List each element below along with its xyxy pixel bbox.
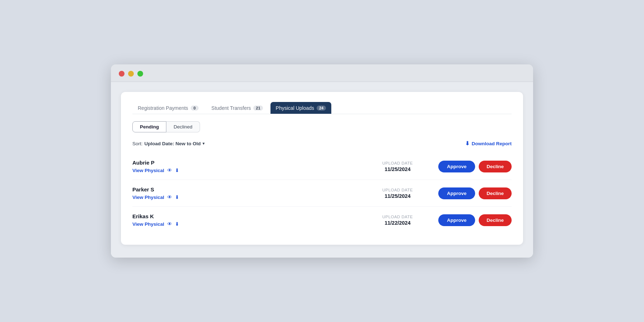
record-info: Aubrie P View Physical 👁 ⬇ — [132, 160, 365, 173]
download-report-button[interactable]: ⬇ Download Report — [465, 140, 512, 147]
subtab-pending-label: Pending — [140, 124, 159, 130]
download-report-label: Download Report — [472, 141, 512, 146]
sort-selector[interactable]: Sort: Upload Date: New to Old ▾ — [132, 141, 205, 146]
maximize-dot[interactable] — [137, 71, 143, 77]
view-physical-link[interactable]: View Physical — [132, 195, 164, 200]
sort-prefix: Sort: — [132, 141, 143, 146]
tab-student-transfers-badge: 21 — [253, 106, 263, 111]
main-card: Registration Payments 0 Student Transfer… — [121, 92, 523, 245]
tab-physical-uploads-badge: 24 — [317, 106, 326, 111]
record-name: Erikas K — [132, 213, 365, 219]
tab-registration-payments[interactable]: Registration Payments 0 — [132, 102, 204, 114]
titlebar — [111, 64, 533, 82]
browser-body: Registration Payments 0 Student Transfer… — [111, 82, 533, 258]
tab-physical-uploads[interactable]: Physical Uploads 24 — [270, 102, 332, 114]
record-name: Aubrie P — [132, 160, 365, 166]
record-info: Erikas K View Physical 👁 ⬇ — [132, 213, 365, 227]
record-links: View Physical 👁 ⬇ — [132, 167, 365, 173]
eye-icon[interactable]: 👁 — [167, 221, 172, 227]
decline-button[interactable]: Decline — [479, 187, 512, 199]
tab-physical-uploads-label: Physical Uploads — [276, 105, 314, 111]
record-actions: Approve Decline — [438, 187, 512, 199]
record-info: Parker S View Physical 👁 ⬇ — [132, 186, 365, 200]
close-dot[interactable] — [119, 71, 125, 77]
table-row: Aubrie P View Physical 👁 ⬇ Upload Date 1… — [132, 153, 512, 180]
approve-button[interactable]: Approve — [438, 187, 475, 199]
approve-button[interactable]: Approve — [438, 161, 475, 172]
decline-button[interactable]: Decline — [479, 161, 512, 172]
view-physical-link[interactable]: View Physical — [132, 168, 164, 173]
upload-date-label: Upload Date — [365, 161, 430, 165]
sort-row: Sort: Upload Date: New to Old ▾ ⬇ Downlo… — [132, 140, 512, 147]
tab-student-transfers[interactable]: Student Transfers 21 — [206, 102, 268, 114]
upload-date-value: 11/25/2024 — [365, 193, 430, 199]
tab-registration-payments-badge: 0 — [191, 106, 199, 111]
download-file-icon[interactable]: ⬇ — [175, 221, 179, 227]
tab-registration-payments-label: Registration Payments — [138, 105, 188, 111]
record-actions: Approve Decline — [438, 214, 512, 226]
minimize-dot[interactable] — [128, 71, 134, 77]
tab-student-transfers-label: Student Transfers — [211, 105, 251, 111]
sort-value: Upload Date: New to Old — [145, 141, 201, 146]
approve-button[interactable]: Approve — [438, 214, 475, 226]
subtabs-row: Pending Declined — [132, 121, 512, 132]
record-date-col: Upload Date 11/22/2024 — [365, 215, 430, 226]
table-row: Erikas K View Physical 👁 ⬇ Upload Date 1… — [132, 207, 512, 233]
tabs-row: Registration Payments 0 Student Transfer… — [132, 102, 512, 114]
subtab-declined-label: Declined — [174, 124, 192, 130]
subtab-declined[interactable]: Declined — [166, 121, 200, 132]
record-list: Aubrie P View Physical 👁 ⬇ Upload Date 1… — [132, 153, 512, 233]
record-links: View Physical 👁 ⬇ — [132, 221, 365, 227]
download-file-icon[interactable]: ⬇ — [175, 194, 179, 200]
record-links: View Physical 👁 ⬇ — [132, 194, 365, 200]
record-name: Parker S — [132, 186, 365, 192]
upload-date-label: Upload Date — [365, 188, 430, 192]
record-date-col: Upload Date 11/25/2024 — [365, 188, 430, 199]
record-date-col: Upload Date 11/25/2024 — [365, 161, 430, 172]
upload-date-value: 11/22/2024 — [365, 220, 430, 226]
browser-window: Registration Payments 0 Student Transfer… — [111, 64, 533, 258]
record-actions: Approve Decline — [438, 161, 512, 172]
upload-date-value: 11/25/2024 — [365, 166, 430, 172]
table-row: Parker S View Physical 👁 ⬇ Upload Date 1… — [132, 180, 512, 207]
decline-button[interactable]: Decline — [479, 214, 512, 226]
eye-icon[interactable]: 👁 — [167, 167, 172, 173]
eye-icon[interactable]: 👁 — [167, 194, 172, 200]
subtab-pending[interactable]: Pending — [132, 121, 166, 132]
sort-chevron-icon: ▾ — [203, 141, 205, 146]
upload-date-label: Upload Date — [365, 215, 430, 219]
download-icon: ⬇ — [465, 140, 470, 147]
view-physical-link[interactable]: View Physical — [132, 221, 164, 227]
download-file-icon[interactable]: ⬇ — [175, 167, 179, 173]
